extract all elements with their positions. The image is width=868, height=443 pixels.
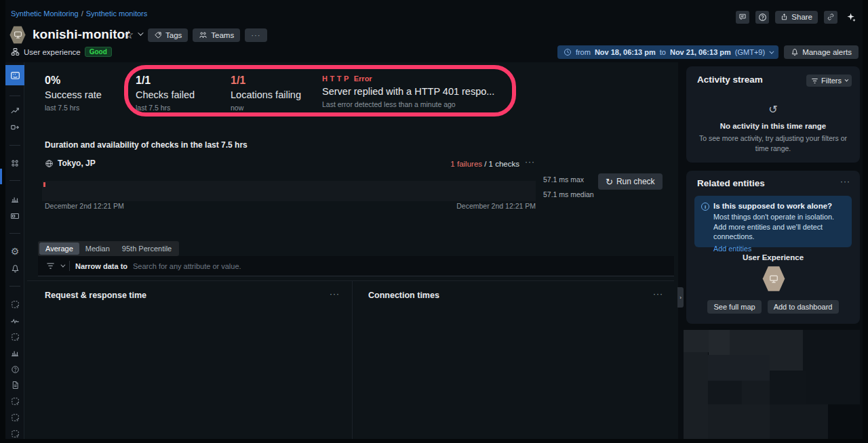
sidebar-item-activity[interactable]	[7, 314, 22, 329]
aggregation-tabs: Average Median 95th Percentile	[38, 241, 179, 256]
skeleton-block	[708, 404, 770, 443]
dashed-square-icon	[11, 429, 20, 438]
skeleton-block	[742, 381, 770, 404]
ai-assistant-button[interactable]	[844, 10, 859, 24]
dots-grid-icon	[10, 159, 20, 168]
breadcrumb-link-synthetic-monitoring[interactable]: Synthetic Monitoring	[11, 9, 79, 18]
sidebar-item-custom-1[interactable]	[7, 297, 22, 312]
tab-95th-percentile[interactable]: 95th Percentile	[116, 242, 178, 255]
panel-expander[interactable]: ›	[677, 287, 684, 308]
share-button[interactable]: Share	[775, 11, 818, 24]
sidebar-item-histograms[interactable]	[7, 192, 22, 207]
axis-end-label: December 2nd 12:21 PM	[420, 202, 536, 210]
workload-icon	[11, 47, 20, 56]
entity-hexagon[interactable]	[762, 266, 785, 292]
duration-chart[interactable]	[42, 181, 536, 201]
time-range-picker[interactable]: fromNov 18, 06:13 pmtoNov 21, 06:13 pm(G…	[557, 45, 778, 59]
sidebar-divider	[9, 180, 20, 181]
duration-more-button[interactable]: ···	[525, 157, 535, 167]
chart-more-button[interactable]: ···	[653, 289, 663, 299]
entity-group-label: User Experience	[686, 253, 860, 261]
feedback-button[interactable]	[736, 11, 749, 24]
run-check-button[interactable]: ↻ Run check	[598, 173, 663, 190]
median-duration-stat: 57.1 ms median	[543, 190, 594, 198]
sidebar-item-help[interactable]	[7, 362, 22, 377]
sidebar-item-metrics[interactable]	[7, 345, 22, 360]
sidebar-item-docs[interactable]	[7, 377, 22, 392]
sidebar-item-trends[interactable]	[7, 103, 22, 118]
scroll-indicator[interactable]	[0, 169, 2, 184]
right-edge	[863, 0, 868, 443]
tab-median[interactable]: Median	[79, 242, 116, 255]
add-entities-link[interactable]: Add entities	[713, 245, 751, 253]
sidebar-item-settings[interactable]: ⚙	[7, 244, 22, 259]
filter-funnel-icon[interactable]	[46, 262, 55, 270]
locations-failing-period: now	[231, 104, 319, 112]
sidebar-divider	[9, 145, 20, 146]
dashed-square-icon	[11, 333, 20, 341]
teams-button[interactable]: Teams	[193, 28, 240, 42]
location-label: Tokyo, JP	[58, 159, 96, 168]
chevron-right-icon: ›	[679, 295, 682, 301]
sidebar-divider	[9, 286, 20, 287]
copy-link-button[interactable]	[824, 11, 837, 24]
chart-title: Connection times	[368, 291, 439, 300]
help-button[interactable]	[755, 11, 769, 24]
title-chevron-down-icon[interactable]	[138, 30, 143, 35]
help-circle-icon	[11, 365, 20, 374]
tab-average[interactable]: Average	[39, 242, 79, 255]
card-icon	[10, 211, 20, 221]
checks-failed-value: 1/1	[136, 75, 224, 87]
chart-title: Request & response time	[45, 291, 146, 300]
manage-alerts-button[interactable]: Manage alerts	[784, 45, 859, 59]
user-experience-row: User experience Good	[11, 47, 112, 57]
filter-chevron-down-icon[interactable]	[60, 263, 65, 268]
sidebar-item-custom-2[interactable]	[7, 329, 22, 344]
sidebar-item-custom-4[interactable]	[7, 410, 22, 425]
breadcrumb: Synthetic Monitoring/Synthetic monitors	[11, 9, 147, 18]
filters-button[interactable]: Filters	[806, 75, 852, 87]
header-more-button[interactable]: ···	[245, 28, 267, 42]
sidebar-item-alerts[interactable]	[7, 261, 22, 276]
pulse-icon	[10, 316, 20, 326]
gear-icon: ⚙	[11, 246, 20, 257]
add-to-dashboard-button[interactable]: Add to dashboard	[768, 300, 839, 314]
narrow-data-label: Narrow data to	[75, 262, 127, 270]
failed-check-tick[interactable]	[43, 182, 45, 187]
dashed-square-check-icon	[11, 300, 20, 309]
success-rate-value: 0%	[45, 75, 126, 87]
sidebar-item-card-view[interactable]	[7, 209, 22, 224]
help-icon	[758, 13, 767, 22]
bottom-edge	[0, 439, 868, 443]
link-icon	[827, 13, 835, 21]
tags-button[interactable]: Tags	[148, 28, 188, 42]
sidebar-item-services[interactable]	[7, 156, 22, 171]
bar-chart-icon	[10, 194, 20, 204]
page-title: konishi-monitor	[33, 27, 130, 42]
location-row: Tokyo, JP	[45, 159, 96, 168]
synthetics-monitor-icon	[10, 70, 20, 81]
failures-summary: 1 failures / 1 checks	[445, 160, 519, 168]
skeleton-block	[709, 330, 730, 355]
bell-icon	[11, 264, 20, 273]
info-icon: i	[701, 203, 709, 211]
skeleton-block	[770, 404, 828, 443]
favorite-star-icon[interactable]: ☆	[123, 28, 134, 42]
skeleton-block	[684, 330, 709, 352]
line-chart-icon	[10, 106, 20, 115]
sidebar-item-custom-3[interactable]	[7, 394, 22, 408]
request-response-chart[interactable]: Request & response time ··· Nov 18, 9:00…	[27, 281, 353, 443]
related-entities-more-button[interactable]: ···	[840, 177, 850, 186]
skeleton-block	[684, 352, 708, 443]
related-entities-info-box: i Is this supposed to work alone? Most t…	[694, 196, 852, 247]
see-full-map-button[interactable]: See full map	[707, 300, 761, 314]
sidebar-item-traces[interactable]	[7, 120, 22, 135]
sidebar-item-synthetics[interactable]	[5, 65, 24, 85]
attribute-search-input[interactable]	[133, 262, 666, 270]
tile-success-rate: 0% Success rate last 7.5 hrs	[45, 75, 126, 112]
connection-times-chart[interactable]: Connection times ··· Nov 18, 9:00pm Nov …	[353, 281, 674, 443]
breadcrumb-link-synthetic-monitors[interactable]: Synthetic monitors	[86, 9, 147, 18]
comment-icon	[738, 13, 747, 21]
filter-funnel-icon	[811, 78, 818, 84]
chart-more-button[interactable]: ···	[330, 289, 340, 299]
